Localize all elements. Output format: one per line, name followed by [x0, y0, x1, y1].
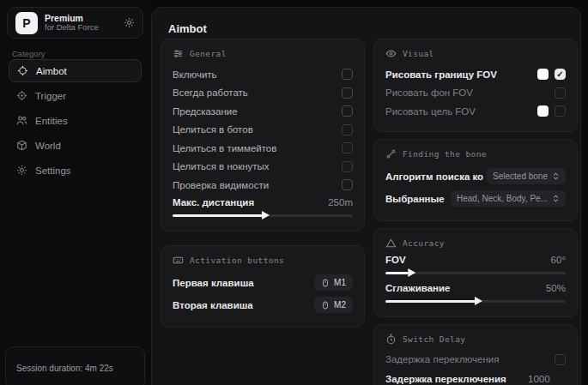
session-duration: Session duration: 4m 22s	[16, 364, 113, 373]
slider-track[interactable]	[385, 272, 566, 274]
entities-icon	[16, 115, 27, 126]
checkbox[interactable]	[342, 87, 353, 99]
slider-track[interactable]	[173, 214, 353, 217]
world-icon	[16, 140, 27, 151]
mouse-icon	[321, 301, 330, 310]
finding-bone-card: Finding the bone Алгоритм поиска кост Se…	[373, 139, 578, 221]
brand-logo: P	[15, 12, 38, 34]
color-swatch[interactable]	[537, 105, 549, 117]
sidebar-item-label: Trigger	[35, 91, 66, 101]
checkbox[interactable]	[342, 142, 353, 153]
checkbox[interactable]	[555, 87, 566, 99]
slider-thumb[interactable]	[475, 297, 482, 305]
sidebar-item-label: Aimbot	[36, 66, 67, 76]
slider-track[interactable]	[385, 300, 566, 303]
setting-label: Рисовать фон FOV	[385, 87, 473, 98]
section-title: Switch Delay	[403, 334, 465, 344]
setting-row: Рисовать границу FOV ✓	[385, 65, 566, 84]
slider-label: FOV	[385, 255, 406, 265]
activation-buttons-card: Activation buttons Первая клавиша M1 Вто…	[161, 245, 365, 328]
checkbox[interactable]	[555, 105, 566, 117]
setting-label: Всегда работать	[173, 87, 248, 98]
setting-row: Задержка переключения	[385, 351, 566, 370]
slider-value: 50%	[546, 283, 566, 293]
keybind-value: M2	[334, 300, 346, 310]
unfold-icon	[552, 172, 560, 180]
category-label: Category	[12, 49, 45, 58]
slider-value: 250m	[328, 197, 353, 208]
checkbox[interactable]: ✓	[555, 69, 566, 80]
setting-row: Проверка видимости	[173, 176, 353, 195]
right-column: Visual Рисовать границу FOV ✓ Рисовать ф…	[373, 39, 578, 385]
section-title: General	[190, 49, 227, 58]
sidebar-item-label: World	[35, 141, 61, 151]
slider-thumb[interactable]	[262, 211, 270, 220]
keybind-value: M1	[334, 278, 346, 287]
setting-label: Целиться в нокнутых	[173, 161, 270, 171]
keybind-button-1[interactable]: M1	[314, 274, 353, 291]
selected-bones-select[interactable]: Head, Neck, Body, Pe...	[451, 190, 566, 207]
setting-row: Целиться в ботов	[173, 121, 353, 140]
brand-subtitle: for Delta Force	[45, 23, 117, 33]
slider-label: Макс. дистанция	[173, 197, 254, 208]
checkbox[interactable]	[342, 161, 353, 172]
slider-value: 60°	[551, 255, 566, 265]
setting-label: Задержка переключения	[385, 354, 499, 364]
checkbox[interactable]	[342, 69, 353, 80]
bone-algorithm-select[interactable]: Selected bone	[487, 168, 566, 184]
select-value: Head, Neck, Body, Pe...	[457, 194, 548, 203]
section-title: Visual	[403, 49, 434, 58]
page-title: Aimbot	[168, 22, 207, 35]
keybind-button-2[interactable]: M2	[314, 297, 353, 313]
sidebar-item-world[interactable]: World	[9, 134, 142, 157]
main-panel: Aimbot General Включить Всегда работать	[151, 7, 581, 385]
sidebar-item-aimbot[interactable]: Aimbot	[9, 59, 142, 82]
accuracy-card: Accuracy FOV 60° Сглаживание 50%	[373, 228, 578, 317]
trigger-icon	[16, 90, 27, 101]
select-value: Selected bone	[493, 171, 548, 181]
gear-icon[interactable]	[124, 17, 135, 28]
setting-row: Выбранные кос Head, Neck, Body, Pe...	[385, 188, 566, 210]
sidebar-nav: Aimbot Trigger Entities	[9, 59, 142, 183]
max-distance-slider: Макс. дистанция 250m	[173, 197, 353, 217]
setting-row: Первая клавиша M1	[173, 272, 353, 294]
slider-label: Задержка переключения (мс)	[385, 374, 528, 385]
color-swatch[interactable]	[537, 69, 549, 80]
setting-row: Вторая клавиша M2	[173, 294, 353, 316]
checkbox[interactable]	[342, 179, 353, 190]
bone-icon	[385, 148, 397, 159]
sidebar: P Premium for Delta Force Category Aimbo…	[0, 0, 150, 385]
setting-row: Целиться в нокнутых	[173, 158, 353, 177]
settings-gear-icon	[16, 165, 27, 176]
fov-slider: FOV 60°	[385, 255, 566, 274]
section-title: Accuracy	[403, 238, 445, 248]
switch-delay-slider: Задержка переключения (мс) 1000 ms	[385, 374, 566, 385]
checkbox[interactable]	[555, 354, 566, 365]
checkbox[interactable]	[342, 105, 353, 117]
sidebar-item-settings[interactable]: Settings	[9, 159, 142, 182]
crosshair-icon	[17, 65, 28, 76]
general-card: General Включить Всегда работать Предска…	[161, 39, 365, 232]
setting-label: Рисовать границу FOV	[385, 69, 497, 80]
setting-label: Целиться в тиммейтов	[173, 143, 276, 153]
setting-label: Вторая клавиша	[173, 300, 253, 310]
visual-eye-icon	[385, 48, 397, 59]
triangle-icon	[385, 238, 397, 249]
left-column: General Включить Всегда работать Предска…	[161, 39, 365, 328]
sidebar-item-entities[interactable]: Entities	[9, 109, 142, 132]
setting-row: Целиться в тиммейтов	[173, 139, 353, 158]
mouse-icon	[321, 279, 330, 287]
setting-row: Рисовать фон FOV	[385, 84, 566, 103]
checkbox[interactable]	[342, 124, 353, 135]
stopwatch-icon	[385, 334, 397, 345]
setting-label: Включить	[173, 69, 217, 80]
session-box: Session duration: 4m 22s	[5, 346, 145, 385]
slider-thumb[interactable]	[408, 268, 415, 277]
setting-label: Целиться в ботов	[173, 124, 253, 135]
setting-label: Выбранные кос	[385, 194, 447, 204]
switch-delay-card: Switch Delay Задержка переключения Задер…	[373, 324, 578, 385]
sidebar-item-label: Entities	[35, 116, 68, 126]
setting-label: Алгоритм поиска кост	[385, 171, 483, 182]
setting-row: Предсказание	[173, 102, 353, 121]
sidebar-item-trigger[interactable]: Trigger	[9, 84, 142, 107]
